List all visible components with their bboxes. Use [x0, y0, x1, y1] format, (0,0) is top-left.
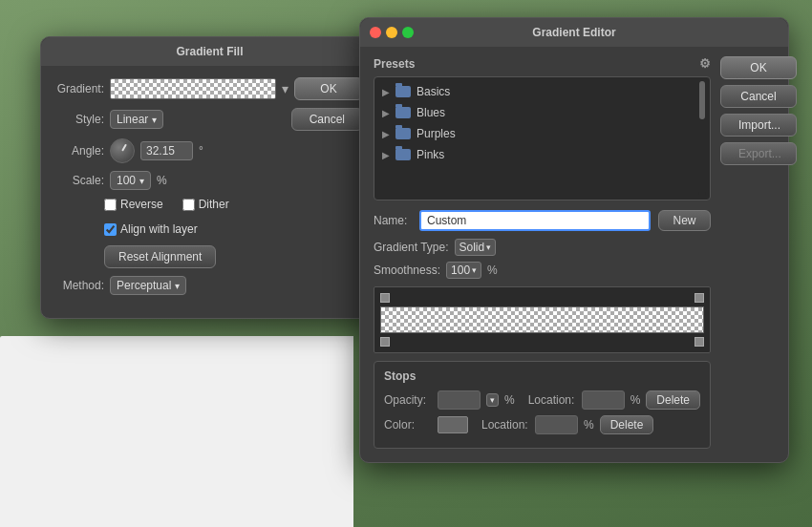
reverse-row: Reverse: [104, 198, 163, 211]
style-label: Style:: [56, 113, 104, 126]
stops-title: Stops: [384, 369, 700, 383]
color-stops-row: [374, 335, 710, 348]
preset-name-blues: Blues: [417, 106, 445, 119]
reverse-checkbox[interactable]: [104, 199, 117, 211]
checkboxes-row1: Reverse Dither: [104, 198, 363, 217]
angle-input[interactable]: [140, 141, 193, 160]
smoothness-dropdown[interactable]: 100: [446, 262, 481, 279]
opacity-dropdown[interactable]: [486, 393, 499, 407]
name-row: Name: New: [374, 210, 711, 231]
name-label: Name:: [374, 214, 412, 227]
opacity-value-input[interactable]: [438, 390, 481, 410]
gradient-editor-dialog: Gradient Editor Presets ⚙ ▶ Basics ▶: [359, 17, 789, 463]
style-dropdown[interactable]: Linear: [110, 110, 163, 129]
angle-row: Angle: °: [56, 138, 363, 163]
gradient-bar-container: [374, 286, 711, 353]
gradient-fill-title: Gradient Fill: [176, 45, 243, 58]
scale-label: Scale:: [56, 174, 104, 187]
align-layer-checkbox[interactable]: [104, 223, 117, 236]
paper-area: [0, 336, 353, 527]
stops-section: Stops Opacity: % Location: % Delete Colo…: [374, 361, 711, 449]
editor-left-panel: Presets ⚙ ▶ Basics ▶ Blues ▶: [374, 56, 711, 449]
opacity-delete-btn[interactable]: Delete: [646, 390, 700, 410]
color-stop-label: Color:: [384, 418, 432, 432]
opacity-location-input[interactable]: [582, 390, 625, 410]
color-delete-btn[interactable]: Delete: [600, 415, 654, 434]
angle-unit: °: [199, 144, 203, 158]
dither-row: Dither: [182, 198, 229, 211]
color-location-input[interactable]: [535, 415, 578, 434]
maximize-button[interactable]: [402, 27, 414, 38]
gradient-editor-body: Presets ⚙ ▶ Basics ▶ Blues ▶: [360, 47, 788, 462]
presets-label: Presets ⚙: [374, 56, 711, 71]
editor-import-btn[interactable]: Import...: [720, 114, 797, 137]
name-input[interactable]: [419, 210, 651, 231]
preset-item-blues[interactable]: ▶ Blues: [374, 102, 710, 123]
gradient-fill-titlebar: Gradient Fill: [41, 37, 378, 66]
color-stop-left[interactable]: [380, 337, 390, 347]
angle-knob[interactable]: [110, 138, 135, 163]
new-btn[interactable]: New: [658, 210, 711, 231]
gradient-type-label: Gradient Type:: [374, 241, 449, 254]
gradient-editor-title: Gradient Editor: [532, 26, 615, 39]
editor-ok-btn[interactable]: OK: [720, 56, 797, 79]
gradient-type-dropdown[interactable]: Solid: [455, 239, 497, 256]
scale-row: Scale: 100 %: [56, 171, 363, 190]
preset-chevron-pinks: ▶: [382, 150, 390, 160]
presets-section: Presets ⚙ ▶ Basics ▶ Blues ▶: [374, 56, 711, 200]
preset-name-pinks: Pinks: [417, 148, 444, 161]
preset-item-basics[interactable]: ▶ Basics: [374, 81, 710, 102]
opacity-stop-label: Opacity:: [384, 393, 432, 407]
preset-item-pinks[interactable]: ▶ Pinks: [374, 144, 710, 165]
color-swatch[interactable]: [438, 416, 468, 433]
preset-chevron-blues: ▶: [382, 108, 390, 118]
smoothness-unit: %: [487, 264, 498, 277]
editor-export-btn[interactable]: Export...: [720, 142, 797, 165]
opacity-location-unit: %: [630, 393, 641, 407]
opacity-stop-left[interactable]: [380, 293, 390, 303]
preset-chevron-basics: ▶: [382, 87, 390, 97]
presets-list[interactable]: ▶ Basics ▶ Blues ▶ Purples: [374, 76, 711, 200]
angle-label: Angle:: [56, 144, 104, 158]
color-location-label: Location:: [481, 418, 529, 432]
preset-folder-icon-purples: [395, 128, 411, 139]
color-stop-right[interactable]: [694, 337, 704, 347]
align-layer-label: Align with layer: [120, 222, 198, 236]
dither-checkbox[interactable]: [182, 199, 195, 211]
align-layer-checkbox-row: Align with layer: [104, 222, 363, 236]
gradient-fill-dialog: Gradient Fill Gradient: ▾ OK Style: Line…: [40, 36, 379, 319]
minimize-button[interactable]: [386, 27, 397, 38]
preset-item-purples[interactable]: ▶ Purples: [374, 123, 710, 144]
gradient-editor-titlebar: Gradient Editor: [360, 18, 788, 47]
reverse-label: Reverse: [120, 198, 163, 211]
scale-dropdown[interactable]: 100: [110, 171, 151, 190]
gradient-dropdown-arrow[interactable]: ▾: [282, 81, 288, 96]
gradient-type-row: Gradient Type: Solid: [374, 239, 711, 256]
editor-right-panel: OK Cancel Import... Export...: [720, 56, 797, 449]
presets-scrollbar[interactable]: [698, 81, 706, 196]
gradient-fill-ok-btn[interactable]: OK: [294, 77, 363, 100]
opacity-location-label: Location:: [528, 393, 576, 407]
scale-unit: %: [157, 174, 167, 187]
editor-cancel-btn[interactable]: Cancel: [720, 85, 797, 108]
close-button[interactable]: [370, 27, 381, 38]
method-label: Method:: [56, 279, 104, 292]
gradient-label: Gradient:: [56, 82, 104, 95]
opacity-stop-row: Opacity: % Location: % Delete: [384, 390, 700, 410]
gradient-bar[interactable]: [380, 306, 704, 333]
gradient-fill-cancel-btn[interactable]: Cancel: [291, 108, 363, 131]
color-location-unit: %: [584, 418, 594, 432]
opacity-stop-right[interactable]: [694, 293, 704, 303]
method-row: Method: Perceptual: [56, 276, 363, 295]
opacity-stops-row: [374, 291, 710, 305]
presets-scrollbar-thumb: [699, 81, 705, 119]
reset-alignment-btn[interactable]: Reset Alignment: [104, 245, 216, 268]
preset-folder-icon-pinks: [395, 149, 411, 160]
color-stop-row: Color: Location: % Delete: [384, 415, 700, 434]
style-row: Style: Linear Cancel: [56, 108, 363, 131]
gradient-preview[interactable]: [110, 78, 276, 99]
preset-folder-icon-basics: [395, 86, 411, 97]
method-dropdown[interactable]: Perceptual: [110, 276, 186, 295]
presets-gear-icon[interactable]: ⚙: [699, 56, 711, 71]
reset-alignment-container: Reset Alignment: [104, 242, 363, 268]
